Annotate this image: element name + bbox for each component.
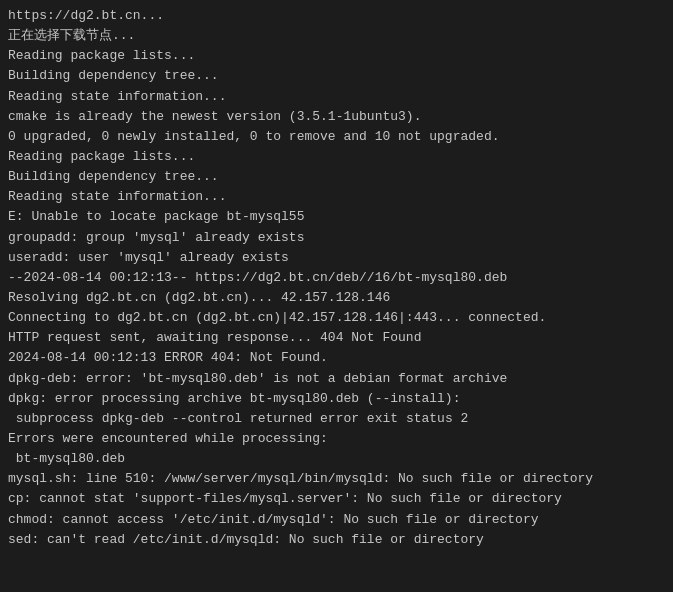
terminal-window: https://dg2.bt.cn...正在选择下载节点...Reading p… [0, 0, 673, 592]
terminal-line-22: Errors were encountered while processing… [8, 429, 665, 449]
terminal-line-15: Connecting to dg2.bt.cn (dg2.bt.cn)|42.1… [8, 308, 665, 328]
terminal-line-4: Reading state information... [8, 87, 665, 107]
terminal-line-17: 2024-08-14 00:12:13 ERROR 404: Not Found… [8, 348, 665, 368]
terminal-line-27: sed: can't read /etc/init.d/mysqld: No s… [8, 530, 665, 550]
terminal-line-23: bt-mysql80.deb [8, 449, 665, 469]
terminal-line-26: chmod: cannot access '/etc/init.d/mysqld… [8, 510, 665, 530]
terminal-line-1: 正在选择下载节点... [8, 26, 665, 46]
terminal-line-0: https://dg2.bt.cn... [8, 6, 665, 26]
terminal-line-2: Reading package lists... [8, 46, 665, 66]
terminal-line-21: subprocess dpkg-deb --control returned e… [8, 409, 665, 429]
terminal-line-16: HTTP request sent, awaiting response... … [8, 328, 665, 348]
terminal-line-8: Building dependency tree... [8, 167, 665, 187]
terminal-line-6: 0 upgraded, 0 newly installed, 0 to remo… [8, 127, 665, 147]
terminal-line-5: cmake is already the newest version (3.5… [8, 107, 665, 127]
terminal-line-12: useradd: user 'mysql' already exists [8, 248, 665, 268]
terminal-line-25: cp: cannot stat 'support-files/mysql.ser… [8, 489, 665, 509]
terminal-line-3: Building dependency tree... [8, 66, 665, 86]
terminal-line-14: Resolving dg2.bt.cn (dg2.bt.cn)... 42.15… [8, 288, 665, 308]
terminal-line-10: E: Unable to locate package bt-mysql55 [8, 207, 665, 227]
terminal-line-24: mysql.sh: line 510: /www/server/mysql/bi… [8, 469, 665, 489]
terminal-line-7: Reading package lists... [8, 147, 665, 167]
terminal-line-19: dpkg-deb: error: 'bt-mysql80.deb' is not… [8, 369, 665, 389]
terminal-line-13: --2024-08-14 00:12:13-- https://dg2.bt.c… [8, 268, 665, 288]
terminal-line-20: dpkg: error processing archive bt-mysql8… [8, 389, 665, 409]
terminal-line-11: groupadd: group 'mysql' already exists [8, 228, 665, 248]
terminal-line-9: Reading state information... [8, 187, 665, 207]
